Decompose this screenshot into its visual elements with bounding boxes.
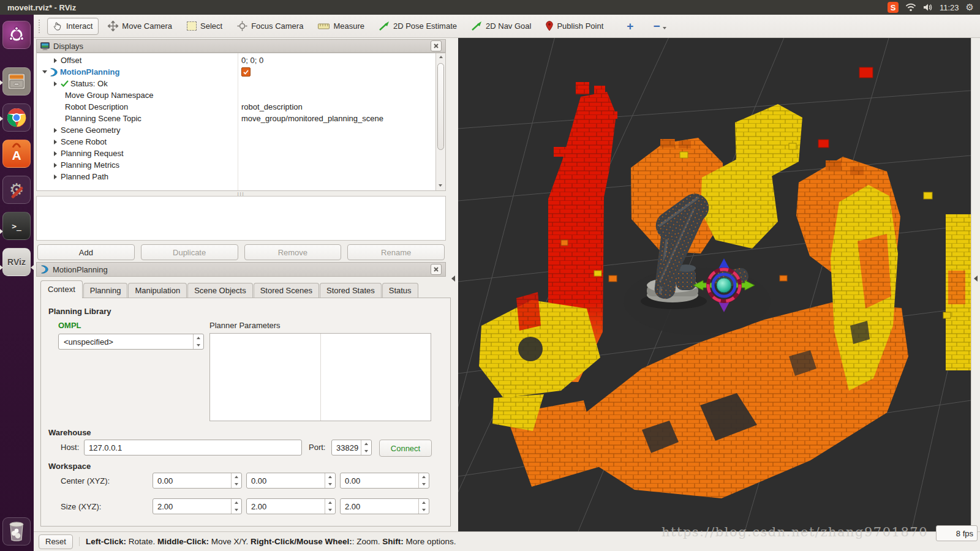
- chrome-icon[interactable]: [2, 103, 31, 132]
- expander-icon[interactable]: [51, 56, 59, 64]
- tree-row-planning-scene-topic[interactable]: Planning Scene Topic move_group/monitore…: [37, 113, 445, 124]
- panel-collapse-handle[interactable]: [451, 276, 455, 282]
- rviz-icon[interactable]: RViz: [2, 248, 31, 276]
- nav-goal-label: 2D Nav Goal: [486, 21, 531, 31]
- marker-arrow-up[interactable]: [718, 258, 729, 269]
- tree-row-offset[interactable]: Offset 0; 0; 0: [37, 54, 445, 66]
- size-y-input[interactable]: [247, 499, 335, 514]
- tree-row-planning-metrics[interactable]: Planning Metrics: [37, 159, 445, 171]
- add-button[interactable]: Add: [37, 244, 135, 260]
- expander-icon[interactable]: [51, 161, 59, 169]
- terminal-icon[interactable]: >_: [2, 212, 31, 240]
- nav-goal-tool-button[interactable]: 2D Nav Goal: [466, 18, 537, 34]
- clock[interactable]: 11:23: [940, 3, 959, 12]
- tree-row-move-group-namespace[interactable]: Move Group Namespace: [37, 89, 445, 101]
- rename-button[interactable]: Rename: [347, 244, 445, 260]
- remove-button[interactable]: Remove: [244, 244, 342, 260]
- host-label: Host:: [61, 443, 79, 452]
- tab-manipulation[interactable]: Manipulation: [128, 283, 187, 298]
- motionplanning-panel-header[interactable]: MotionPlanning: [36, 262, 446, 277]
- tab-stored-scenes[interactable]: Stored Scenes: [254, 283, 319, 298]
- center-y-input[interactable]: [247, 473, 335, 488]
- tree-row-scene-robot[interactable]: Scene Robot: [37, 136, 445, 148]
- tree-row-planning-request[interactable]: Planning Request: [37, 148, 445, 159]
- wifi-icon[interactable]: [905, 3, 916, 12]
- spinner-arrows[interactable]: [361, 440, 371, 455]
- tree-row-planned-path[interactable]: Planned Path: [37, 171, 445, 182]
- expander-icon[interactable]: [51, 138, 59, 146]
- planner-parameters-table[interactable]: [209, 333, 431, 421]
- spinner-arrows[interactable]: [325, 499, 335, 514]
- center-x-input[interactable]: [153, 473, 241, 488]
- row-value[interactable]: move_group/monitored_planning_scene: [238, 114, 445, 123]
- 3d-viewport[interactable]: [458, 38, 971, 531]
- tree-row-status[interactable]: Status: Ok: [37, 78, 445, 89]
- pose-estimate-tool-button[interactable]: 2D Pose Estimate: [374, 18, 462, 34]
- end-effector-sphere[interactable]: [717, 278, 731, 293]
- enabled-checkbox[interactable]: [241, 67, 251, 77]
- planner-combobox[interactable]: <unspecified>: [58, 334, 204, 350]
- settings-icon[interactable]: ⚙: [2, 176, 31, 204]
- volume-icon[interactable]: [923, 3, 933, 12]
- size-x-input[interactable]: [153, 499, 241, 514]
- table-column-divider: [320, 334, 321, 421]
- host-input[interactable]: [85, 440, 301, 455]
- expander-icon[interactable]: [51, 173, 59, 181]
- tab-scene-objects[interactable]: Scene Objects: [187, 283, 253, 298]
- tree-row-scene-geometry[interactable]: Scene Geometry: [37, 124, 445, 136]
- spinner-arrows[interactable]: [418, 473, 429, 488]
- focus-camera-tool-button[interactable]: Focus Camera: [232, 18, 309, 34]
- panel-splitter[interactable]: |||: [36, 191, 446, 196]
- window-titlebar[interactable]: moveit.rviz* - RViz S 11:23 ⚙: [0, 0, 980, 15]
- spinner-arrows[interactable]: [231, 473, 241, 488]
- size-z-input[interactable]: [341, 499, 429, 514]
- expander-icon[interactable]: [40, 68, 48, 76]
- tab-stored-states[interactable]: Stored States: [320, 283, 382, 298]
- scrollbar-thumb[interactable]: [437, 63, 444, 150]
- ime-indicator-icon[interactable]: S: [888, 2, 899, 13]
- spinner-arrows[interactable]: [418, 499, 429, 514]
- close-icon[interactable]: [431, 40, 442, 51]
- right-dock-strip[interactable]: [971, 38, 980, 531]
- select-tool-button[interactable]: Select: [181, 18, 228, 34]
- trash-icon[interactable]: [2, 517, 31, 545]
- row-label: Planning Scene Topic: [65, 114, 141, 123]
- tree-scrollbar[interactable]: [435, 53, 445, 190]
- tab-planning[interactable]: Planning: [83, 283, 128, 298]
- software-center-icon[interactable]: A: [2, 140, 31, 168]
- combo-arrows[interactable]: [193, 334, 203, 349]
- row-value[interactable]: robot_description: [238, 102, 445, 111]
- session-gear-icon[interactable]: ⚙: [966, 2, 974, 13]
- expander-icon[interactable]: [51, 80, 59, 88]
- remove-tool-button[interactable]: −: [647, 17, 671, 35]
- displays-panel-header[interactable]: Displays: [36, 39, 446, 53]
- move-camera-tool-button[interactable]: Move Camera: [102, 18, 178, 34]
- reset-button[interactable]: Reset: [39, 534, 73, 549]
- motionplanning-panel-title: MotionPlanning: [53, 265, 108, 274]
- scroll-up-icon[interactable]: [439, 56, 443, 58]
- tab-status[interactable]: Status: [382, 283, 418, 298]
- toolbar-drag-handle[interactable]: [39, 20, 42, 33]
- measure-tool-button[interactable]: Measure: [312, 18, 370, 34]
- publish-point-tool-button[interactable]: Publish Point: [540, 18, 609, 34]
- files-icon[interactable]: [2, 67, 31, 96]
- expander-icon[interactable]: [51, 126, 59, 134]
- expander-icon[interactable]: [51, 149, 59, 157]
- center-z-input[interactable]: [341, 473, 429, 488]
- tree-row-robot-description[interactable]: Robot Description robot_description: [37, 101, 445, 113]
- interact-tool-button[interactable]: Interact: [47, 18, 99, 35]
- close-icon[interactable]: [431, 264, 442, 275]
- panel-collapse-handle[interactable]: [974, 276, 978, 282]
- connect-button[interactable]: Connect: [379, 440, 432, 457]
- spinner-arrows[interactable]: [325, 473, 335, 488]
- tab-context[interactable]: Context: [40, 280, 83, 298]
- spinner-arrows[interactable]: [231, 499, 241, 514]
- duplicate-button[interactable]: Duplicate: [141, 244, 238, 260]
- tree-row-motionplanning[interactable]: MotionPlanning: [37, 66, 445, 78]
- interact-label: Interact: [66, 21, 92, 31]
- add-tool-button[interactable]: +: [621, 17, 639, 35]
- scroll-down-icon[interactable]: [439, 184, 442, 187]
- displays-tree[interactable]: Offset 0; 0; 0 MotionPlanning Status: Ok…: [36, 53, 446, 191]
- row-value[interactable]: 0; 0; 0: [238, 56, 445, 65]
- ubuntu-dash-icon[interactable]: [2, 21, 31, 49]
